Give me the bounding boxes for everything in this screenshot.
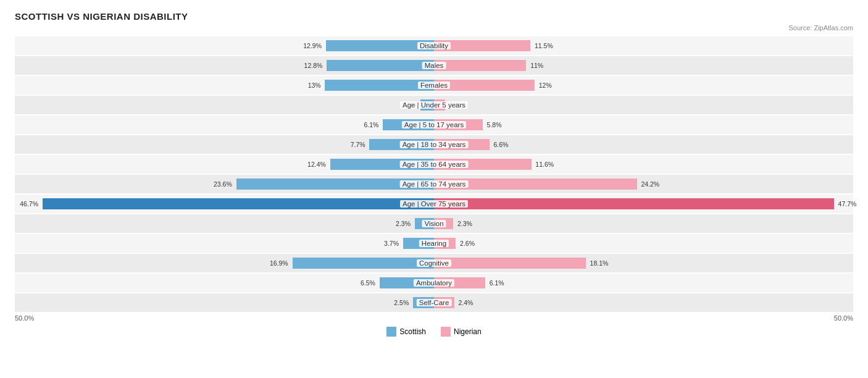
bar-center-label: Females bbox=[418, 82, 450, 89]
scottish-legend-label: Scottish bbox=[399, 327, 426, 336]
bar-center-label: Age | 5 to 17 years bbox=[402, 121, 466, 128]
nigerian-value: 11.5% bbox=[535, 42, 553, 49]
nigerian-value: 24.2% bbox=[641, 180, 659, 188]
legend-nigerian: Nigerian bbox=[441, 327, 482, 337]
bar-row: Age | 5 to 17 years6.1%5.8% bbox=[15, 116, 853, 134]
bar-row: Age | 35 to 64 years12.4%11.6% bbox=[15, 155, 853, 174]
bar-row: Disability12.9%11.5% bbox=[15, 36, 853, 55]
legend: Scottish Nigerian bbox=[15, 327, 853, 337]
bar-inner: Vision2.3%2.3% bbox=[15, 214, 853, 233]
bar-inner: Age | 5 to 17 years6.1%5.8% bbox=[15, 116, 853, 134]
bar-center-label: Self-Care bbox=[417, 299, 452, 306]
nigerian-bar bbox=[434, 198, 834, 209]
nigerian-value: 6.6% bbox=[493, 141, 508, 148]
scottish-bar bbox=[293, 258, 435, 269]
bar-inner: Cognitive16.9%18.1% bbox=[15, 254, 853, 272]
nigerian-bar bbox=[434, 60, 526, 71]
nigerian-value: 2.4% bbox=[458, 299, 473, 306]
scottish-value: 16.9% bbox=[270, 259, 288, 267]
scottish-value: 12.4% bbox=[307, 161, 326, 168]
chart-title: SCOTTISH VS NIGERIAN DISABILITY bbox=[15, 11, 853, 22]
scottish-value: 12.8% bbox=[304, 62, 323, 69]
bar-row: Age | 65 to 74 years23.6%24.2% bbox=[15, 175, 853, 193]
bar-center-label: Males bbox=[422, 62, 446, 69]
nigerian-value: 6.1% bbox=[490, 279, 504, 287]
source-label: Source: ZipAtlas.com bbox=[15, 24, 853, 32]
legend-scottish: Scottish bbox=[386, 327, 426, 337]
bar-row: Self-Care2.5%2.4% bbox=[15, 293, 853, 312]
scottish-value: 6.1% bbox=[364, 121, 378, 128]
bar-row: Males12.8%11% bbox=[15, 56, 853, 75]
scottish-value: 6.5% bbox=[361, 279, 375, 287]
bar-inner: Hearing3.7%2.6% bbox=[15, 234, 853, 253]
bar-inner: Self-Care2.5%2.4% bbox=[15, 293, 853, 312]
nigerian-value: 12% bbox=[539, 82, 552, 89]
bar-center-label: Ambulatory bbox=[414, 279, 454, 287]
scottish-value: 3.7% bbox=[384, 240, 399, 247]
bar-inner: Females13%12% bbox=[15, 76, 853, 94]
bar-center-label: Age | 35 to 64 years bbox=[400, 161, 469, 168]
scottish-value: 7.7% bbox=[351, 141, 365, 148]
nigerian-value: 11% bbox=[530, 62, 543, 69]
scottish-legend-box bbox=[386, 327, 396, 337]
scottish-bar bbox=[327, 60, 434, 71]
bar-center-label: Age | 65 to 74 years bbox=[400, 180, 469, 188]
bar-inner: Disability12.9%11.5% bbox=[15, 36, 853, 55]
bar-row: Age | Under 5 years1.6%1.3% bbox=[15, 96, 853, 114]
bar-inner: Age | 35 to 64 years12.4%11.6% bbox=[15, 155, 853, 174]
nigerian-value: 18.1% bbox=[590, 259, 609, 267]
scottish-value: 23.6% bbox=[214, 180, 232, 188]
axis-left: 50.0% bbox=[15, 314, 34, 322]
nigerian-value: 5.8% bbox=[487, 121, 502, 128]
nigerian-value: 11.6% bbox=[535, 161, 554, 168]
nigerian-legend-label: Nigerian bbox=[454, 327, 482, 336]
nigerian-bar bbox=[434, 258, 586, 269]
bar-row: Hearing3.7%2.6% bbox=[15, 234, 853, 253]
bar-row: Ambulatory6.5%6.1% bbox=[15, 274, 853, 292]
bar-center-label: Vision bbox=[422, 220, 446, 227]
bar-center-label: Age | 18 to 34 years bbox=[400, 141, 469, 148]
axis-row: 50.0% 50.0% bbox=[15, 314, 853, 322]
bar-center-label: Hearing bbox=[419, 240, 449, 247]
scottish-value: 2.3% bbox=[396, 220, 411, 227]
bar-inner: Ambulatory6.5%6.1% bbox=[15, 274, 853, 292]
bar-inner: Age | 65 to 74 years23.6%24.2% bbox=[15, 175, 853, 193]
bar-inner: Age | Over 75 years46.7%47.7% bbox=[15, 195, 853, 213]
bar-row: Age | 18 to 34 years7.7%6.6% bbox=[15, 135, 853, 154]
rows-area: Disability12.9%11.5%Males12.8%11%Females… bbox=[15, 36, 853, 312]
bar-row: Cognitive16.9%18.1% bbox=[15, 254, 853, 272]
bar-center-label: Cognitive bbox=[417, 259, 451, 267]
scottish-value: 12.9% bbox=[303, 42, 322, 49]
nigerian-value: 47.7% bbox=[838, 200, 857, 208]
nigerian-value: 2.3% bbox=[457, 220, 472, 227]
bar-inner: Males12.8%11% bbox=[15, 56, 853, 75]
bar-row: Females13%12% bbox=[15, 76, 853, 94]
nigerian-value: 2.6% bbox=[460, 240, 475, 247]
bar-center-label: Disability bbox=[417, 42, 451, 49]
bar-row: Age | Over 75 years46.7%47.7% bbox=[15, 195, 853, 213]
scottish-value: 46.7% bbox=[20, 200, 38, 208]
bar-row: Vision2.3%2.3% bbox=[15, 214, 853, 233]
bar-center-label: Age | Under 5 years bbox=[400, 101, 468, 109]
scottish-bar bbox=[43, 198, 434, 209]
axis-right: 50.0% bbox=[834, 314, 853, 322]
scottish-value: 13% bbox=[308, 82, 321, 89]
scottish-value: 2.5% bbox=[394, 299, 409, 306]
chart-container: SCOTTISH VS NIGERIAN DISABILITY Source: … bbox=[0, 0, 868, 346]
bar-inner: Age | Under 5 years1.6%1.3% bbox=[15, 96, 853, 114]
bar-center-label: Age | Over 75 years bbox=[400, 200, 468, 208]
bar-inner: Age | 18 to 34 years7.7%6.6% bbox=[15, 135, 853, 154]
nigerian-legend-box bbox=[441, 327, 451, 337]
